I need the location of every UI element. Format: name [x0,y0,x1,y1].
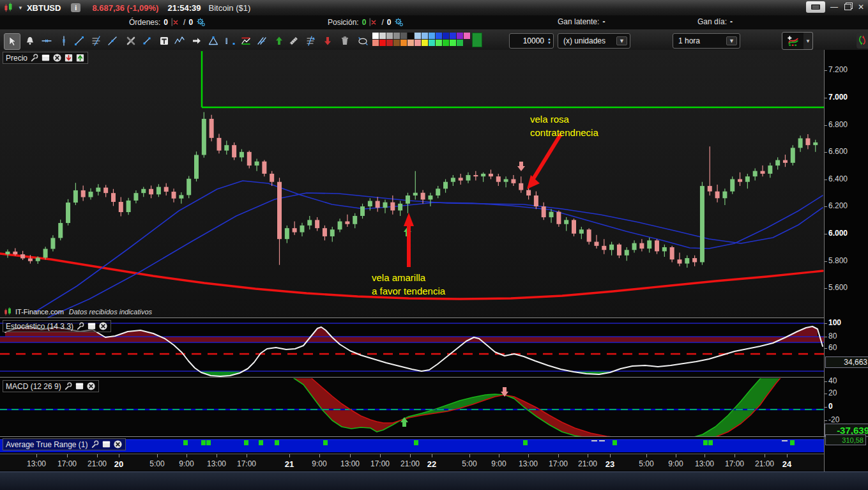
rectangle-tool[interactable] [222,33,238,49]
restore-button[interactable] [843,2,852,12]
minimize-button[interactable]: — [830,3,839,11]
drawing-tools[interactable] [123,33,139,49]
color-swatch[interactable] [450,33,456,39]
text-tool[interactable] [156,33,172,49]
zigzag-tool[interactable] [172,33,187,49]
position-settings-icon[interactable] [394,17,404,27]
color-swatch[interactable] [379,33,386,39]
color-swatch[interactable] [436,40,442,46]
window-icon[interactable] [102,440,111,449]
status-bar: Órdenes: 0 / 0 Posición: 0 / 0 Gan laten… [0,15,868,30]
wrench-icon[interactable] [90,440,100,449]
trading-platform-window: { "window": { "symbol": "XBTUSD", "price… [0,0,868,490]
panel-divider[interactable] [0,377,824,378]
vertical-line-tool[interactable] [56,33,72,49]
parallel-lines-tool[interactable] [254,33,270,49]
color-swatch[interactable] [415,40,421,46]
position-group: Posición: 0 / 0 [328,17,404,27]
color-swatch[interactable] [464,33,470,39]
ellipse-tool[interactable] [355,33,370,49]
time-tick-label: 13:00 [519,459,538,468]
annotation-vela-amarilla[interactable]: vela amarilla a favor tendencia [372,271,445,298]
annotation-vela-rosa[interactable]: vela rosa contratendnecia [530,112,598,139]
quantity-stepper[interactable]: ▲▼ [547,37,551,45]
color-swatch[interactable] [400,40,407,46]
wrench-icon[interactable] [29,53,39,63]
close-position-icon[interactable] [369,18,378,27]
color-swatch[interactable] [372,33,379,39]
alarm-tool[interactable] [22,33,38,49]
unit-mode-value: (x) unidades [563,36,605,45]
arrow-down-tool[interactable] [320,33,335,49]
color-swatch[interactable] [386,40,393,46]
wrench-icon[interactable] [75,321,85,331]
unit-mode-select[interactable]: (x) unidades ▼ [558,33,630,49]
cancel-orders-icon[interactable] [171,18,180,27]
window-icon[interactable] [75,381,84,391]
color-swatch[interactable] [407,40,414,46]
window-icon[interactable] [41,53,50,63]
triangle-tool[interactable] [206,33,221,49]
macd-chart[interactable] [0,378,824,436]
color-swatch[interactable] [443,33,449,39]
close-icon[interactable] [98,321,108,331]
color-swatch[interactable] [436,33,442,39]
close-icon[interactable] [113,440,123,449]
orders-settings-icon[interactable] [196,17,206,27]
send-down-icon[interactable] [64,53,73,63]
data-provider-watermark: IT-Finance.com Datos recibidos indicativ… [4,307,152,316]
color-swatch[interactable] [457,40,463,46]
color-swatch[interactable] [415,33,421,39]
color-swatch[interactable] [400,33,407,39]
symbol-label[interactable]: XBTUSD [27,3,61,13]
color-swatch[interactable] [379,40,386,46]
price-axis[interactable]: 34,663 -37,639 310,58 7.2007.0006.8006.6… [824,50,868,471]
chart-style-caret[interactable]: ▼ [803,32,813,50]
close-button[interactable]: ✕ [857,3,865,11]
send-up-icon[interactable] [75,53,85,63]
time-tick-label: 5:00 [639,459,653,468]
axis-tick [825,125,827,126]
color-swatch[interactable] [393,33,400,39]
trash-tool[interactable] [337,33,353,49]
arrow-up-tool[interactable] [271,33,287,49]
annotated-lines-tool[interactable] [303,33,319,49]
close-icon[interactable] [52,53,62,63]
trend-line-tool[interactable] [72,33,87,49]
color-swatch[interactable] [429,40,435,46]
wrench-icon[interactable] [63,381,73,391]
color-swatch[interactable] [372,40,379,46]
instrument-dropdown-caret[interactable]: ▼ [18,5,23,11]
color-swatch[interactable] [450,40,456,46]
red-arrow-rosa[interactable] [532,134,561,181]
color-swatch[interactable] [443,40,449,46]
keyboard-button[interactable] [806,1,825,13]
channel-tool[interactable] [238,33,254,49]
stochastic-chart[interactable] [0,319,824,377]
selected-color-swatch[interactable] [472,33,482,47]
color-swatch[interactable] [407,33,414,39]
chart-style-button[interactable] [782,32,805,50]
info-icon[interactable]: i [71,3,80,12]
color-swatch[interactable] [457,33,463,39]
color-swatch[interactable] [393,40,400,46]
oblique-line-tool[interactable] [105,33,120,49]
close-icon[interactable] [86,381,96,391]
color-swatch[interactable] [422,40,428,46]
segment-tool[interactable] [139,33,155,49]
color-swatch[interactable] [422,33,428,39]
panel-divider[interactable] [0,318,824,318]
window-icon[interactable] [87,321,96,331]
color-swatch[interactable] [386,33,393,39]
quantity-input[interactable] [510,36,545,46]
ruler-tool[interactable] [286,33,301,49]
timeframe-select[interactable]: 1 hora ▼ [673,33,740,49]
horizontal-line-tool[interactable] [39,33,54,49]
time-axis[interactable]: 13:0017:0021:00205:009:0013:0017:00219:0… [0,454,824,471]
position-label: Posición: [328,18,359,27]
pointer-tool[interactable] [4,33,20,50]
color-swatch[interactable] [429,33,435,39]
fibonacci-tool[interactable] [89,33,104,49]
flip-chart-icon[interactable] [857,32,868,49]
arrow-right-tool[interactable] [189,33,204,49]
